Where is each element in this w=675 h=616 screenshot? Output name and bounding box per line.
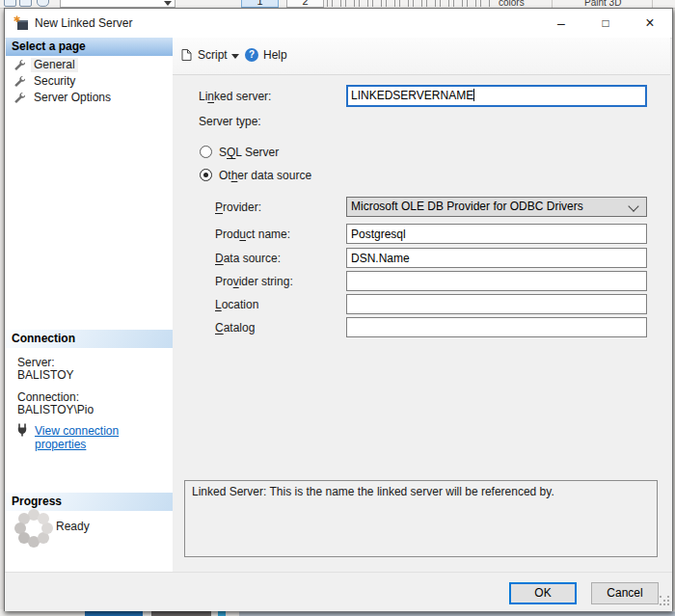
chevron-down-icon (628, 201, 638, 211)
spinner-icon (31, 525, 37, 531)
progress-status: Ready (56, 520, 90, 533)
server-label: Server: (17, 356, 55, 369)
product-name-input[interactable] (346, 224, 647, 244)
resize-grip[interactable] (660, 596, 662, 598)
background-icon (4, 0, 16, 7)
close-button[interactable]: × (628, 9, 672, 38)
sidebar-item-label: General (31, 58, 78, 72)
data-source-input[interactable] (346, 248, 647, 268)
location-input[interactable] (346, 294, 647, 314)
catalog-label: Catalog (215, 321, 255, 335)
paint3d-button[interactable]: Paint 3D (584, 0, 621, 8)
connection-value: BALISTOY\Pio (17, 403, 94, 416)
sidebar: Select a page General Security Server Op… (6, 38, 174, 572)
new-linked-server-dialog: New Linked Server – □ × Select a page Ge… (4, 8, 673, 611)
minimize-button[interactable]: – (539, 9, 583, 38)
new-object-icon (14, 15, 30, 32)
linked-server-label: Linked server: (199, 90, 271, 103)
colors-group-label: colors (499, 0, 525, 8)
script-dropdown-caret-icon[interactable] (231, 54, 239, 59)
background-dropdown (60, 0, 176, 8)
server-value: BALISTOY (17, 368, 73, 382)
radio-other-data-source-label[interactable]: Other data source (219, 169, 311, 182)
linked-server-input[interactable]: LINKEDSERVERNAME (346, 85, 647, 107)
divider (652, 0, 653, 8)
dialog-title: New Linked Server (35, 16, 132, 30)
data-source-label: Data source: (215, 252, 281, 265)
catalog-input[interactable] (346, 317, 647, 337)
script-button[interactable]: Script (180, 48, 228, 62)
dropdown-caret-icon (164, 1, 172, 6)
connection-header: Connection (6, 330, 173, 348)
provider-string-label: Provider string: (215, 275, 293, 288)
provider-label: Provider: (215, 201, 261, 214)
field-description-box: Linked Server: This is the name the link… (184, 480, 658, 557)
background-accent-fragment (218, 611, 226, 616)
footer-bar: OK Cancel (5, 572, 672, 611)
screen: 1 2 colors Paint 3D New Linked Se (0, 0, 675, 616)
maximize-button[interactable]: □ (583, 9, 628, 38)
background-icon (19, 0, 32, 7)
view-connection-properties-link[interactable]: View connection properties (35, 424, 173, 451)
sidebar-item-server-options[interactable]: Server Options (14, 90, 114, 105)
dialog-toolbar: Script ? Help (173, 38, 670, 75)
provider-string-input[interactable] (346, 271, 647, 291)
divider (552, 0, 553, 8)
script-icon (180, 48, 193, 62)
help-icon: ? (245, 48, 258, 62)
cancel-button[interactable]: Cancel (591, 582, 659, 604)
connection-label: Connection: (17, 390, 79, 404)
location-label: Location (215, 298, 258, 311)
wrench-icon (14, 59, 25, 70)
color1-cell[interactable]: 1 (241, 0, 279, 8)
title-bar: New Linked Server – □ × (5, 9, 672, 39)
help-button[interactable]: ? Help (245, 48, 287, 62)
radio-other-data-source[interactable] (200, 169, 212, 181)
text-cursor (473, 89, 474, 101)
radio-sql-server[interactable] (200, 146, 212, 158)
sidebar-item-security[interactable]: Security (14, 73, 78, 89)
color2-cell[interactable]: 2 (286, 0, 324, 8)
select-page-header: Select a page (6, 38, 173, 56)
help-label: Help (263, 48, 287, 62)
sidebar-item-general[interactable]: General (14, 57, 78, 72)
connection-properties-icon (15, 423, 29, 437)
progress-header: Progress (6, 493, 173, 511)
background-icon (37, 0, 49, 7)
background-button-fragment (151, 611, 211, 616)
radio-sql-server-label[interactable]: SQL Server (219, 146, 279, 159)
sidebar-item-label: Server Options (31, 91, 114, 105)
background-button-fragment (85, 611, 143, 616)
wrench-icon (14, 92, 25, 103)
provider-select[interactable]: Microsoft OLE DB Provider for ODBC Drive… (346, 197, 647, 217)
wrench-icon (14, 75, 25, 87)
ok-button[interactable]: OK (509, 582, 577, 604)
server-type-label: Server type: (199, 115, 261, 128)
product-name-label: Product name: (215, 228, 290, 241)
script-label: Script (198, 48, 228, 62)
color-palette-ticks (327, 0, 493, 7)
background-band (239, 611, 675, 616)
sidebar-item-label: Security (31, 74, 78, 89)
